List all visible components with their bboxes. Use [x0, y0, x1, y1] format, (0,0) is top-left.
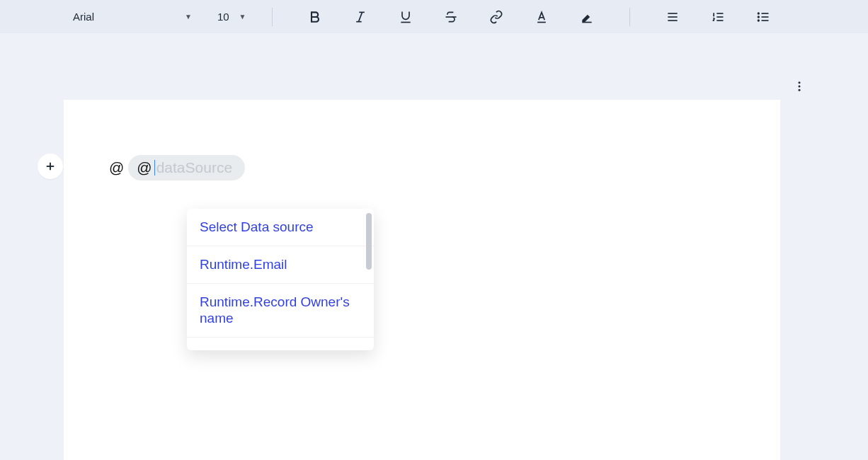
- font-family-select[interactable]: Arial ▼: [67, 8, 198, 25]
- text-color-icon: [535, 10, 549, 24]
- svg-point-22: [799, 89, 801, 91]
- scrollbar-thumb[interactable]: [366, 213, 372, 270]
- more-options-button[interactable]: [793, 80, 806, 96]
- unordered-list-button[interactable]: [750, 4, 776, 30]
- kebab-icon: [793, 80, 806, 93]
- separator: [272, 8, 273, 26]
- chevron-down-icon: ▼: [239, 13, 246, 21]
- chip-placeholder: dataSource: [156, 159, 232, 176]
- font-size-select[interactable]: 10 ▼: [212, 8, 252, 25]
- italic-icon: [353, 10, 367, 24]
- svg-point-20: [799, 81, 801, 84]
- bold-icon: [308, 10, 322, 24]
- underline-button[interactable]: [393, 4, 418, 30]
- svg-rect-7: [582, 21, 591, 23]
- underline-icon: [399, 10, 413, 24]
- svg-point-21: [799, 86, 801, 88]
- strikethrough-icon: [444, 10, 458, 24]
- strikethrough-button[interactable]: [438, 4, 464, 30]
- plus-icon: [44, 160, 57, 173]
- dropdown-item[interactable]: Runtime.Email: [187, 246, 374, 284]
- font-family-label: Arial: [73, 11, 94, 23]
- text-cursor: [154, 160, 155, 176]
- chevron-down-icon: ▼: [185, 13, 192, 21]
- text-color-button[interactable]: [529, 4, 554, 30]
- separator: [629, 8, 630, 26]
- svg-point-18: [758, 16, 759, 18]
- ordered-list-icon: [711, 10, 725, 24]
- format-toolbar: Arial ▼ 10 ▼: [0, 0, 868, 33]
- highlight-button[interactable]: [574, 4, 600, 30]
- svg-line-2: [358, 12, 362, 21]
- chip-at: @: [137, 159, 152, 176]
- document-page[interactable]: @ @ dataSource: [64, 100, 780, 460]
- editor-line[interactable]: @ @ dataSource: [109, 155, 735, 180]
- ordered-list-button[interactable]: [705, 4, 731, 30]
- dropdown-item[interactable]: Runtime.Record: [187, 338, 374, 350]
- link-icon: [489, 10, 503, 24]
- link-button[interactable]: [484, 4, 509, 30]
- align-icon: [666, 10, 680, 24]
- svg-point-19: [758, 20, 759, 21]
- svg-point-17: [758, 13, 759, 14]
- highlight-icon: [580, 10, 594, 24]
- font-size-label: 10: [217, 11, 229, 23]
- dropdown-item[interactable]: Select Data source: [187, 209, 374, 246]
- add-block-button[interactable]: [38, 154, 63, 179]
- align-button[interactable]: [660, 4, 685, 30]
- dropdown-item[interactable]: Runtime.Record Owner's name: [187, 284, 374, 338]
- italic-button[interactable]: [348, 4, 373, 30]
- mention-chip[interactable]: @ dataSource: [128, 155, 245, 180]
- mention-prefix: @: [109, 159, 124, 176]
- unordered-list-icon: [756, 10, 770, 24]
- bold-button[interactable]: [302, 4, 328, 30]
- mention-dropdown: Select Data source Runtime.Email Runtime…: [187, 209, 374, 350]
